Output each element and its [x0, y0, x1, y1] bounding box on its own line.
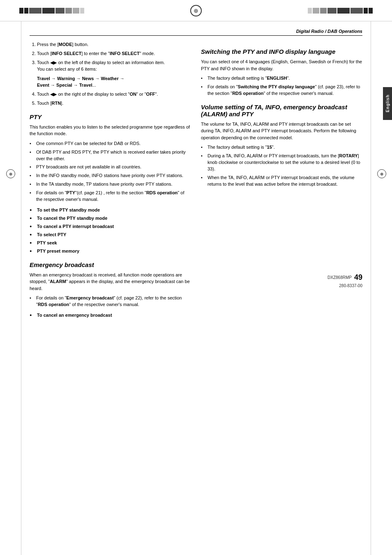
list-item: One common PTY can be selected for DAB o…: [30, 140, 191, 147]
info-select-options: Travel → Warning → News → Weather → Even…: [37, 75, 191, 89]
emergency-section: Emergency broadcast When an emergency br…: [30, 261, 191, 319]
two-column-layout: Press the [MODE] button. Touch [INFO SEL…: [30, 41, 362, 323]
pty-info-language-intro: You can select one of 4 languages (Engli…: [201, 58, 362, 72]
list-item: When the TA, INFO, ALARM or PTY interrup…: [201, 175, 362, 188]
list-item: The factory default setting is "15".: [201, 144, 362, 151]
left-margin: ⊕: [0, 21, 21, 555]
pty-title: PTY: [30, 113, 191, 120]
numbered-list: Press the [MODE] button. Touch [INFO SEL…: [30, 41, 191, 107]
top-bar-left-segment: [19, 8, 84, 14]
page-number-area: DXZ868RMP 49 280-8337-00: [201, 270, 362, 288]
list-item-3: Touch ◀▶ on the left of the display to s…: [37, 60, 191, 89]
list-item: During a TA, INFO, ALARM or PTY interrup…: [201, 153, 362, 173]
list-item: Of DAB PTY and RDS PTY, the PTY which is…: [30, 149, 191, 162]
list-item: In the TA standby mode, TP stations have…: [30, 181, 191, 188]
right-column: Switching the PTY and INFO display langu…: [201, 41, 362, 323]
right-margin-compass: ⊕: [377, 169, 386, 178]
english-tab-label: English: [385, 94, 390, 112]
pty-bullet-list: One common PTY can be selected for DAB o…: [30, 140, 191, 203]
list-item-5: Touch [RTN].: [37, 100, 191, 107]
right-margin: English ⊕: [371, 21, 392, 555]
page-number-row: DXZ868RMP 49: [201, 270, 362, 282]
volume-bullet-list: The factory default setting is "15". Dur…: [201, 144, 362, 188]
list-item: In the INFO standby mode, INFO stations …: [30, 173, 191, 179]
doc-number: 280-8337-00: [201, 283, 362, 288]
list-item: For details on "Switching the PTY displa…: [201, 84, 362, 97]
main-content: Digital Radio / DAB Operations Press the…: [21, 21, 371, 555]
list-item: To cancel a PTY interrupt broadcast: [30, 223, 191, 230]
pty-info-language-title: Switching the PTY and INFO display langu…: [201, 48, 362, 55]
emergency-bullet-list: For details on "Emergency broadcast" (cf…: [30, 295, 191, 308]
pty-intro: This function enables you to listen to t…: [30, 124, 191, 137]
emergency-circle-list: To cancel an emergency broadcast: [30, 312, 191, 319]
volume-title: Volume setting of TA, INFO, emergency br…: [201, 104, 362, 117]
list-item: To cancel the PTY standby mode: [30, 215, 191, 222]
pty-info-language-section: Switching the PTY and INFO display langu…: [201, 48, 362, 97]
list-item: PTY seek: [30, 240, 191, 246]
pty-info-language-list: The factory default setting is "ENGLISH"…: [201, 75, 362, 97]
top-compass-left: ⊕: [190, 5, 202, 16]
list-item-1: Press the [MODE] button.: [37, 41, 191, 48]
list-item: For details on "Emergency broadcast" (cf…: [30, 295, 191, 308]
top-decorative-bar: ⊕: [0, 0, 392, 21]
english-tab: English: [383, 87, 392, 120]
emergency-title: Emergency broadcast: [30, 261, 191, 268]
list-item: To cancel an emergency broadcast: [30, 312, 191, 319]
pty-circle-list: To set the PTY standby mode To cancel th…: [30, 207, 191, 255]
list-item: PTY preset memory: [30, 248, 191, 255]
volume-intro: The volume for TA, INFO, ALARM and PTY i…: [201, 121, 362, 141]
page-number: 49: [354, 273, 362, 282]
list-item: To set the PTY standby mode: [30, 207, 191, 214]
list-item-4: Touch ◀▶ on the right of the display to …: [37, 91, 191, 98]
volume-section: Volume setting of TA, INFO, emergency br…: [201, 104, 362, 188]
model-number: DXZ868RMP: [327, 275, 352, 280]
top-bar-right-segment: [308, 8, 373, 14]
list-item-2: Touch [INFO SELECT] to enter the "INFO S…: [37, 51, 191, 57]
list-item: PTY broadcasts are not yet available in …: [30, 164, 191, 170]
page-content: ⊕ Digital Radio / DAB Operations Press t…: [0, 21, 392, 555]
list-item: For details on "PTY"(cf. page 21) , refe…: [30, 190, 191, 203]
list-item: To select PTY: [30, 232, 191, 238]
section-heading: Digital Radio / DAB Operations: [30, 29, 362, 36]
left-column: Press the [MODE] button. Touch [INFO SEL…: [30, 41, 191, 323]
list-item: The factory default setting is "ENGLISH"…: [201, 75, 362, 82]
pty-section: PTY This function enables you to listen …: [30, 113, 191, 255]
emergency-intro: When an emergency broadcast is received,…: [30, 272, 191, 292]
left-margin-compass: ⊕: [6, 169, 15, 178]
